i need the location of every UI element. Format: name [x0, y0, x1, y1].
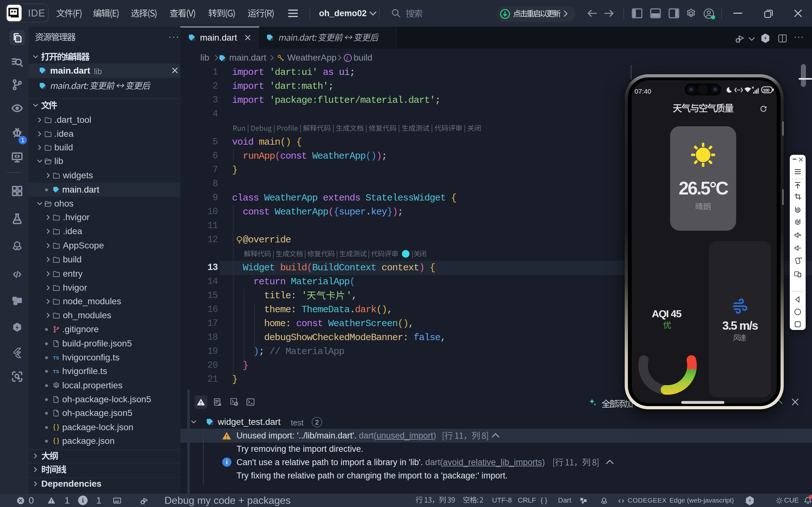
svg-text:TS: TS [53, 369, 59, 374]
svg-text:TS: TS [53, 355, 59, 360]
svg-text:100: 100 [763, 88, 769, 93]
svg-text:f: f [346, 56, 348, 61]
